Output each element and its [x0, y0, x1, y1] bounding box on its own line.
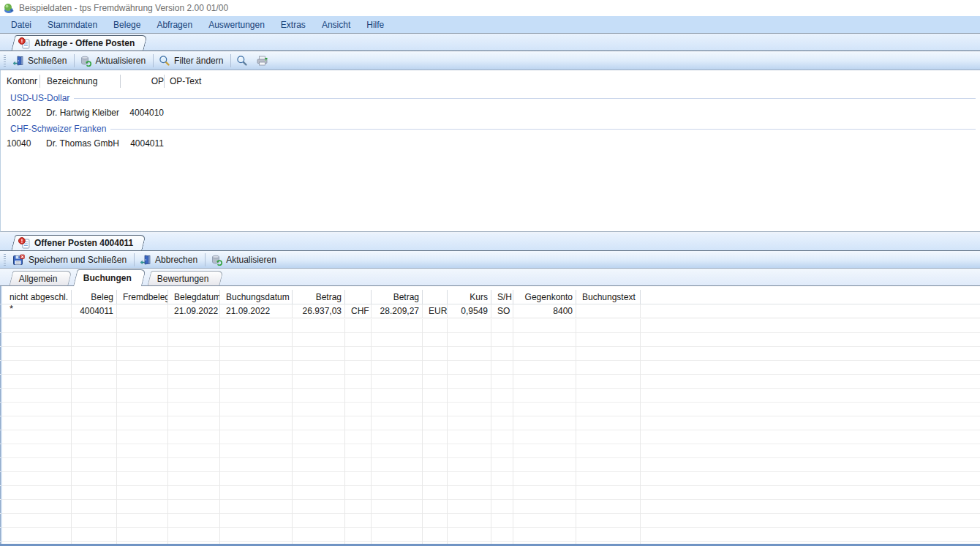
grid-vertical-line: [513, 319, 513, 544]
column-header-bezeichnung[interactable]: Bezeichnung: [39, 75, 120, 88]
toolbar-grip[interactable]: [4, 55, 6, 67]
toolbar-separator: [74, 54, 75, 67]
group-row-usd[interactable]: USD-US-Dollar: [1, 91, 980, 105]
menu-item-datei[interactable]: Datei: [3, 17, 39, 33]
cancel-button[interactable]: Abbrechen: [137, 253, 203, 267]
col-beleg[interactable]: Beleg: [72, 290, 117, 304]
empty-grid-rows[interactable]: [0, 319, 980, 544]
detail-tab-label: Offener Posten 4004011: [34, 238, 133, 248]
cell-fremdbeleg: [117, 304, 168, 318]
menu-item-auswertungen[interactable]: Auswertungen: [200, 17, 273, 33]
col-fremdbeleg[interactable]: Fremdbeleg: [117, 290, 168, 304]
col-gegenkonto[interactable]: Gegenkonto: [513, 290, 576, 304]
menu-item-hilfe[interactable]: Hilfe: [358, 17, 392, 33]
col-waehrung-fw[interactable]: [345, 290, 372, 304]
col-buchungsdatum[interactable]: Buchungsdatum: [220, 290, 293, 304]
col-kurs[interactable]: Kurs: [448, 290, 491, 304]
column-header-op[interactable]: OP: [120, 75, 164, 88]
detail-tab-strip: Offener Posten 4004011: [0, 233, 980, 251]
grid-vertical-line: [219, 319, 220, 544]
tab-bewertungen-label: Bewertungen: [157, 274, 209, 284]
save-floppy-icon: [12, 254, 25, 266]
cell-waehrung-eur: EUR: [423, 304, 448, 318]
col-waehrung-eur[interactable]: [423, 290, 448, 304]
toolbar-separator: [153, 54, 154, 67]
cell-belegdatum: 21.09.2022: [168, 304, 220, 318]
filter-change-button[interactable]: Filter ändern: [156, 53, 228, 68]
col-nicht-abgeschl[interactable]: nicht abgeschl.: [4, 290, 72, 304]
grid-vertical-line: [491, 319, 491, 544]
group-row-chf[interactable]: CHF-Schweizer Franken: [1, 121, 980, 136]
toolbar-grip[interactable]: [4, 254, 6, 266]
query-tab-strip: Abfrage - Offene Posten: [0, 34, 980, 51]
toolbar-separator: [134, 253, 135, 266]
toolbar-separator: [205, 253, 206, 266]
menu-item-ansicht[interactable]: Ansicht: [314, 17, 358, 33]
cell-betrag-eur: 28.209,27: [372, 304, 423, 318]
menu-item-abfragen[interactable]: Abfragen: [148, 17, 200, 33]
group-divider-line: [74, 98, 976, 99]
grid-vertical-line: [71, 319, 72, 544]
menu-item-extras[interactable]: Extras: [273, 17, 314, 33]
cell-nicht-abgeschl: *: [4, 304, 72, 318]
cell-bezeichnung: Dr. Hartwig Kleiber: [39, 108, 120, 118]
col-buchungstext[interactable]: Buchungstext: [576, 290, 641, 304]
menu-bar: Datei Stammdaten Belege Abfragen Auswert…: [0, 16, 980, 34]
grid-vertical-line: [447, 319, 448, 544]
grid-vertical-line: [640, 319, 641, 544]
query-table-header: Kontonr Bezeichnung OP OP-Text: [1, 73, 980, 89]
table-row[interactable]: 10040 Dr. Thomas GmbH 4004011: [1, 136, 980, 150]
column-header-kontonr[interactable]: Kontonr: [1, 75, 39, 88]
bookings-grid: nicht abgeschl. Beleg Fremdbeleg Belegda…: [0, 286, 980, 544]
cell-waehrung-fw: CHF: [345, 304, 372, 318]
cancel-button-label: Abbrechen: [155, 255, 197, 265]
detail-refresh-label: Aktualisieren: [226, 255, 276, 265]
cell-kurs: 0,9549: [448, 304, 491, 318]
preview-button[interactable]: [233, 53, 253, 68]
group-label: USD-US-Dollar: [1, 93, 69, 103]
detail-subtab-strip: Allgemein Buchungen Bewertungen: [0, 269, 980, 286]
menu-item-belege[interactable]: Belege: [105, 17, 148, 33]
tab-allgemein-label: Allgemein: [19, 274, 58, 284]
tab-bewertungen[interactable]: Bewertungen: [147, 271, 223, 285]
detail-refresh-button[interactable]: Aktualisieren: [208, 253, 282, 267]
tab-buchungen[interactable]: Buchungen: [73, 269, 146, 285]
col-betrag-eur[interactable]: Betrag: [372, 290, 423, 304]
document-alert-icon: [18, 237, 31, 249]
tab-buchungen-label: Buchungen: [83, 273, 132, 283]
cell-buchungsdatum: 21.09.2022: [220, 304, 293, 318]
grid-vertical-line: [344, 319, 345, 544]
refresh-button-label: Aktualisieren: [95, 56, 146, 66]
cell-gegenkonto: 8400: [513, 304, 576, 318]
column-header-op-text[interactable]: OP-Text: [164, 75, 980, 88]
tab-offener-posten[interactable]: Offener Posten 4004011: [11, 235, 146, 250]
col-soll-haben[interactable]: S/H: [491, 290, 513, 304]
bookings-grid-header: nicht abgeschl. Beleg Fremdbeleg Belegda…: [0, 290, 980, 304]
row-marker: *: [10, 306, 13, 312]
menu-item-stammdaten[interactable]: Stammdaten: [39, 17, 105, 33]
exit-door-icon: [140, 254, 151, 266]
col-belegdatum[interactable]: Belegdatum: [168, 290, 220, 304]
title-bar: Beispieldaten - tps Fremdwährung Version…: [0, 0, 980, 16]
col-betrag-fw[interactable]: Betrag: [293, 290, 345, 304]
tab-abfrage-offene-posten[interactable]: Abfrage - Offene Posten: [11, 35, 148, 51]
group-divider-line: [110, 129, 976, 130]
search-icon: [236, 55, 248, 67]
filter-change-label: Filter ändern: [174, 56, 223, 66]
table-row[interactable]: 10022 Dr. Hartwig Kleiber 4004010: [1, 105, 980, 119]
close-button[interactable]: Schließen: [10, 53, 72, 68]
cell-betrag-fw: 26.937,03: [293, 304, 345, 318]
print-button[interactable]: [253, 53, 274, 68]
cell-soll-haben: SO: [491, 304, 513, 318]
grid-vertical-line: [576, 319, 576, 544]
cell-op: 4004010: [120, 108, 164, 118]
booking-row[interactable]: * 4004011 21.09.2022 21.09.2022 26.937,0…: [0, 304, 980, 318]
refresh-button[interactable]: Aktualisieren: [77, 53, 151, 68]
grid-vertical-line: [371, 319, 372, 544]
save-close-button[interactable]: Speichern und Schließen: [10, 253, 132, 267]
toolbar-separator: [230, 54, 231, 67]
grid-vertical-line: [167, 319, 168, 544]
tab-allgemein[interactable]: Allgemein: [10, 271, 72, 285]
cell-kontonr: 10022: [1, 108, 39, 118]
query-tab-label: Abfrage - Offene Posten: [34, 38, 135, 48]
